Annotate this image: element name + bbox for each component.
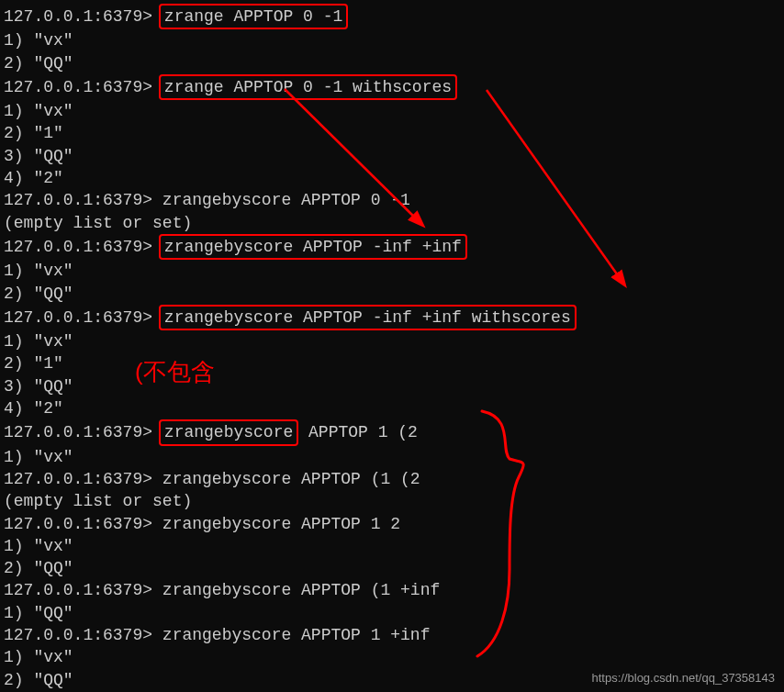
highlighted-command: zrange APPTOP 0 -1 withscores	[159, 74, 457, 100]
highlighted-command: zrange APPTOP 0 -1	[159, 4, 348, 29]
terminal-output-line: 1) "vx"	[4, 260, 780, 282]
prompt: 127.0.0.1:6379>	[4, 626, 162, 644]
terminal-command-line: 127.0.0.1:6379> zrangebyscore APPTOP 1 2	[4, 513, 780, 535]
terminal-output-line: 1) "vx"	[4, 330, 780, 352]
prompt: 127.0.0.1:6379>	[4, 581, 162, 599]
terminal-command-line: 127.0.0.1:6379> zrangebyscore APPTOP 1 +…	[4, 624, 780, 646]
terminal-command-line: 127.0.0.1:6379> zrange APPTOP 0 -1	[4, 4, 780, 29]
terminal-output-line: 1) "vx"	[4, 100, 780, 122]
watermark: https://blog.csdn.net/qq_37358143	[592, 670, 776, 686]
terminal-output-line: 4) "2"	[4, 167, 780, 189]
terminal-output-line: 1) "vx"	[4, 29, 780, 51]
command-text: zrangebyscore APPTOP 0 -1	[162, 191, 410, 209]
prompt: 127.0.0.1:6379>	[4, 423, 162, 441]
prompt: 127.0.0.1:6379>	[4, 515, 162, 533]
terminal-output-line: (empty list or set)	[4, 212, 780, 234]
terminal-output: 127.0.0.1:6379> zrange APPTOP 0 -11) "vx…	[4, 4, 780, 692]
terminal-output-line: 1) "vx"	[4, 446, 780, 468]
highlighted-command-part: zrangebyscore	[159, 419, 298, 445]
prompt: 127.0.0.1:6379>	[4, 78, 162, 96]
terminal-output-line: 2) "1"	[4, 122, 780, 144]
terminal-output-line: (empty list or set)	[4, 490, 780, 512]
terminal-output-line: 2) "1"	[4, 352, 780, 374]
terminal-output-line: 4) "2"	[4, 397, 780, 419]
terminal-command-line: 127.0.0.1:6379> zrangebyscore APPTOP 1 (…	[4, 419, 780, 445]
command-text: zrangebyscore APPTOP (1 (2	[162, 470, 420, 488]
annotation-text: (不包含	[135, 356, 215, 388]
terminal-output-line: 2) "QQ"	[4, 52, 780, 74]
terminal-output-line: 1) "vx"	[4, 535, 780, 557]
prompt: 127.0.0.1:6379>	[4, 7, 162, 26]
terminal-command-line: 127.0.0.1:6379> zrangebyscore APPTOP -in…	[4, 234, 780, 260]
command-text: zrangebyscore APPTOP 1 +inf	[162, 626, 431, 644]
prompt: 127.0.0.1:6379>	[4, 191, 162, 209]
terminal-command-line: 127.0.0.1:6379> zrangebyscore APPTOP 0 -…	[4, 189, 780, 211]
terminal-output-line: 3) "QQ"	[4, 145, 780, 167]
command-text: zrangebyscore APPTOP (1 +inf	[162, 581, 440, 599]
terminal-output-line: 2) "QQ"	[4, 557, 780, 579]
prompt: 127.0.0.1:6379>	[4, 308, 162, 327]
terminal-command-line: 127.0.0.1:6379> zrangebyscore APPTOP (1 …	[4, 579, 780, 601]
terminal-output-line: 3) "QQ"	[4, 375, 780, 397]
highlighted-command: zrangebyscore APPTOP -inf +inf withscore…	[159, 305, 577, 330]
terminal-command-line: 127.0.0.1:6379> zrangebyscore APPTOP -in…	[4, 305, 780, 330]
command-text: APPTOP 1 (2	[298, 423, 418, 441]
terminal-output-line: 1) "vx"	[4, 646, 780, 668]
terminal-output-line: 2) "QQ"	[4, 283, 780, 305]
terminal-command-line: 127.0.0.1:6379> zrangebyscore APPTOP (1 …	[4, 468, 780, 490]
terminal-output-line: 1) "QQ"	[4, 602, 780, 624]
command-text: zrangebyscore APPTOP 1 2	[162, 515, 400, 533]
highlighted-command: zrangebyscore APPTOP -inf +inf	[159, 234, 467, 260]
terminal-command-line: 127.0.0.1:6379> zrange APPTOP 0 -1 withs…	[4, 74, 780, 100]
prompt: 127.0.0.1:6379>	[4, 238, 162, 256]
prompt: 127.0.0.1:6379>	[4, 470, 162, 488]
